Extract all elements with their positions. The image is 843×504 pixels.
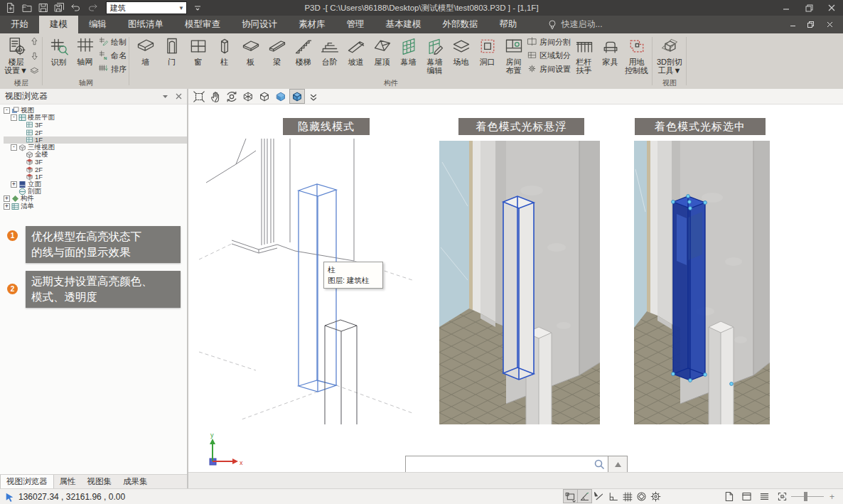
ribbon-tab-编辑[interactable]: 编辑 <box>78 16 117 33</box>
panel-dropdown-icon[interactable] <box>162 93 168 100</box>
ribbon-tab-协同设计[interactable]: 协同设计 <box>231 16 288 33</box>
tree-toggle-icon[interactable]: + <box>4 203 10 210</box>
canvas-tool-zoom-extents[interactable] <box>192 90 206 103</box>
statusbar-snap-settings-icon[interactable] <box>649 490 662 503</box>
panel-close-icon[interactable] <box>176 93 182 100</box>
ribbon-button-room-split[interactable]: 房间分割 <box>527 36 571 49</box>
ribbon-button-section-3d[interactable]: 3D剖切 工具▼ <box>655 35 684 75</box>
search-icon[interactable] <box>594 459 606 473</box>
ribbon-button-room-settings[interactable]: 房间设置 <box>527 63 571 76</box>
ribbon-button-opening[interactable]: 洞口 <box>474 35 500 66</box>
ribbon-button-arrow-down[interactable] <box>29 50 40 64</box>
bottom-tab-视图浏览器[interactable]: 视图浏览器 <box>0 475 54 489</box>
ribbon-button-site[interactable]: 场地 <box>448 35 474 66</box>
save-icon[interactable] <box>38 2 49 14</box>
statusbar-grid-toggle-icon[interactable] <box>621 490 634 503</box>
search-expand-button[interactable] <box>608 456 628 473</box>
statusbar-view-list-icon[interactable] <box>758 490 771 503</box>
tree-item-三维视图[interactable]: -三维视图 <box>4 144 187 151</box>
open-icon[interactable] <box>21 2 33 14</box>
tree-item-2F[interactable]: 2F <box>4 166 187 173</box>
ribbon-button-beam[interactable]: 梁 <box>264 35 290 66</box>
canvas-tool-wireframe-cube[interactable] <box>241 90 255 103</box>
ribbon-button-grid-identify[interactable]: 识别 <box>45 35 72 66</box>
statusbar-window-layout-icon[interactable] <box>740 490 753 503</box>
drawing-canvas[interactable]: 隐藏线模式 着色模式光标悬浮 着色模式光标选中 <box>188 89 843 489</box>
ribbon-button-arrow-up[interactable] <box>29 36 40 50</box>
tree-item-2F[interactable]: 2F <box>4 129 187 136</box>
ribbon-button-furniture[interactable]: 家具 <box>597 35 623 66</box>
statusbar-object-snap-icon[interactable] <box>635 490 648 503</box>
zoom-slider[interactable] <box>791 496 824 497</box>
ribbon-button-name-tool[interactable]: N命名 <box>98 49 127 63</box>
ribbon-button-ramp[interactable]: 坡道 <box>343 35 369 66</box>
ribbon-tab-图纸清单[interactable]: 图纸清单 <box>117 16 174 33</box>
bottom-tab-视图集[interactable]: 视图集 <box>82 475 118 489</box>
quick-launch[interactable]: 快速启动... <box>548 16 603 33</box>
ribbon-tab-开始[interactable]: 开始 <box>0 16 39 33</box>
statusbar-rect-snap-icon[interactable] <box>564 490 577 503</box>
canvas-tool-orbit[interactable] <box>225 90 239 103</box>
tree-toggle-icon[interactable]: + <box>4 195 10 202</box>
statusbar-ortho-snap-icon[interactable] <box>606 490 620 503</box>
canvas-tool-shaded-cube[interactable] <box>274 90 288 103</box>
ribbon-button-steps[interactable]: 台阶 <box>316 35 343 66</box>
search-field[interactable] <box>405 456 608 473</box>
ribbon-button-region-divide[interactable]: 区域划分 <box>527 49 571 63</box>
new-file-icon[interactable] <box>5 2 16 14</box>
ribbon-button-slab[interactable]: 板 <box>237 35 264 66</box>
close-button[interactable] <box>820 0 843 16</box>
ribbon-button-wall[interactable]: 墙 <box>132 35 159 66</box>
canvas-tool-pan[interactable] <box>208 90 222 103</box>
doc-restore-button[interactable] <box>803 18 819 32</box>
ribbon-tab-基本建模[interactable]: 基本建模 <box>375 16 432 33</box>
tree-toggle-icon[interactable]: + <box>11 181 17 188</box>
ribbon-button-curtain-wall-edit[interactable]: 幕墙 编辑 <box>422 35 448 75</box>
statusbar-polar-snap-icon[interactable] <box>592 490 606 503</box>
save-all-icon[interactable] <box>54 2 65 14</box>
tree-item-3F[interactable]: 3F <box>4 122 187 129</box>
minimize-button[interactable] <box>775 0 798 16</box>
statusbar-angle-snap-icon[interactable] <box>578 490 591 503</box>
ribbon-button-curtain-wall[interactable]: 幕墙 <box>395 35 422 66</box>
tree-item-3F[interactable]: 3F <box>4 159 187 166</box>
ribbon-button-stair[interactable]: 楼梯 <box>290 35 316 66</box>
tree-item-清单[interactable]: +清单 <box>4 203 187 210</box>
canvas-tool-more-tools[interactable] <box>306 90 321 103</box>
tree-item-楼层平面[interactable]: -楼层平面 <box>4 114 187 121</box>
ribbon-button-floor-copy[interactable] <box>29 65 40 78</box>
tree-toggle-icon[interactable]: - <box>11 114 17 121</box>
bottom-tab-属性[interactable]: 属性 <box>54 475 82 489</box>
tree-toggle-icon[interactable]: - <box>4 107 10 114</box>
ribbon-button-floor-settings[interactable]: 楼层 设置▼ <box>3 35 29 75</box>
ribbon-button-draw-tool[interactable]: 绘制 <box>98 36 127 49</box>
ribbon-tab-管理[interactable]: 管理 <box>336 16 375 33</box>
ribbon-button-railing[interactable]: 栏杆 扶手 <box>571 35 597 75</box>
ribbon-tab-帮助[interactable]: 帮助 <box>489 16 528 33</box>
ribbon-tab-建模[interactable]: 建模 <box>39 16 78 33</box>
zoom-slider-handle[interactable] <box>804 492 807 501</box>
redo-icon[interactable] <box>87 2 98 14</box>
ribbon-tab-素材库[interactable]: 素材库 <box>288 16 336 33</box>
ribbon-button-roof[interactable]: 屋顶 <box>369 35 395 66</box>
ribbon-button-room-layout[interactable]: 房间 布置 <box>500 35 527 75</box>
tree-item-全楼[interactable]: 全楼 <box>4 151 187 158</box>
search-input[interactable] <box>406 456 594 472</box>
bottom-tab-成果集[interactable]: 成果集 <box>117 475 154 489</box>
ribbon-button-window[interactable]: 窗 <box>185 35 211 66</box>
zoom-in-button[interactable]: + <box>829 492 834 502</box>
restore-button[interactable] <box>798 0 820 16</box>
ribbon-button-column[interactable]: 柱 <box>211 35 237 66</box>
doc-close-button[interactable] <box>822 18 837 32</box>
canvas-tool-shaded-edges-cube[interactable] <box>290 90 304 103</box>
statusbar-new-window-icon[interactable] <box>722 490 736 503</box>
ribbon-button-door[interactable]: 门 <box>159 35 185 66</box>
ribbon-button-sort-tool[interactable]: 排序 <box>98 63 127 76</box>
ribbon-button-grid[interactable]: 轴网 <box>72 35 98 66</box>
zoom-out-button[interactable]: − <box>780 492 785 502</box>
toolbar-options-icon[interactable] <box>192 2 203 14</box>
canvas-tool-hiddenline-cube[interactable] <box>257 90 272 103</box>
ribbon-button-land-control[interactable]: 用地 控制线 <box>623 35 650 75</box>
undo-icon[interactable] <box>70 2 82 14</box>
workset-combobox[interactable]: 建筑 ▼ <box>106 1 187 14</box>
